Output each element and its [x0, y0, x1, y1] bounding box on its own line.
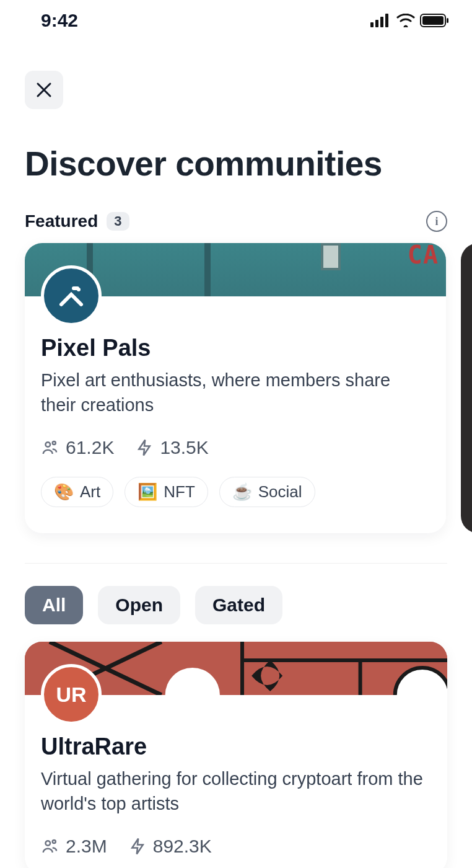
battery-icon	[420, 14, 450, 27]
pixel-pals-logo-icon	[55, 280, 87, 312]
featured-label: Featured	[25, 211, 98, 231]
svg-rect-6	[447, 18, 448, 23]
info-button[interactable]: i	[426, 211, 447, 232]
community-card-pixel-pals[interactable]: CA Pixel Pals Pixel art enthusiasts, whe…	[25, 243, 446, 533]
banner-sign-text: CA	[408, 243, 439, 269]
filter-pills: All Open Gated	[0, 564, 472, 642]
svg-point-18	[46, 841, 51, 846]
svg-point-7	[77, 288, 81, 291]
community-description: Virtual gathering for collecting cryptoa…	[41, 766, 431, 816]
svg-rect-0	[370, 22, 374, 27]
stat-activity: 13.5K	[135, 437, 208, 458]
svg-rect-3	[385, 14, 388, 27]
community-stats: 61.2K 13.5K	[41, 437, 430, 458]
community-tags: 🎨Art 🖼️NFT ☕Social	[41, 477, 430, 507]
info-icon: i	[435, 215, 438, 228]
community-title: Pixel Pals	[41, 335, 430, 361]
activity-icon	[128, 837, 147, 856]
cellular-icon	[370, 14, 391, 27]
svg-point-8	[46, 442, 51, 447]
community-stats: 2.3M 892.3K	[41, 836, 431, 857]
featured-cards-scroller[interactable]: CA Pixel Pals Pixel art enthusiasts, whe…	[0, 243, 472, 533]
activity-count: 892.3K	[153, 836, 212, 857]
tag-nft[interactable]: 🖼️NFT	[125, 477, 208, 507]
status-bar: 9:42	[0, 0, 472, 33]
community-card-peek[interactable]	[461, 243, 472, 533]
wifi-icon	[396, 14, 415, 27]
stat-members: 2.3M	[41, 836, 107, 857]
tag-label: Social	[258, 482, 302, 502]
community-title: UltraRare	[41, 733, 431, 760]
close-button[interactable]	[25, 71, 63, 109]
svg-point-19	[53, 840, 56, 843]
close-icon	[35, 81, 53, 99]
filter-all[interactable]: All	[25, 586, 83, 624]
members-icon	[41, 438, 59, 457]
tag-emoji: 🎨	[54, 482, 74, 502]
svg-point-9	[53, 441, 56, 445]
activity-count: 13.5K	[160, 437, 208, 458]
status-time: 9:42	[41, 10, 78, 31]
svg-rect-2	[380, 17, 383, 27]
tag-label: Art	[80, 482, 100, 502]
activity-icon	[135, 438, 154, 457]
members-icon	[41, 837, 59, 856]
avatar-initials: UR	[56, 683, 86, 707]
tag-emoji: ☕	[232, 482, 252, 502]
tag-art[interactable]: 🎨Art	[41, 477, 113, 507]
community-card-ultrarare[interactable]: UR UltraRare Virtual gathering for colle…	[25, 642, 447, 868]
svg-rect-5	[422, 16, 444, 25]
tag-social[interactable]: ☕Social	[219, 477, 315, 507]
featured-count-badge: 3	[107, 212, 129, 231]
stat-members: 61.2K	[41, 437, 114, 458]
stat-activity: 892.3K	[128, 836, 212, 857]
members-count: 2.3M	[66, 836, 107, 857]
filter-gated[interactable]: Gated	[195, 586, 282, 624]
members-count: 61.2K	[66, 437, 114, 458]
community-avatar	[41, 265, 102, 326]
community-list: UR UltraRare Virtual gathering for colle…	[0, 642, 472, 868]
community-description: Pixel art enthusiasts, where members sha…	[41, 368, 430, 417]
page-title: Discover communities	[0, 109, 472, 184]
filter-open[interactable]: Open	[98, 586, 180, 624]
tag-label: NFT	[164, 482, 195, 502]
community-avatar: UR	[41, 664, 102, 725]
status-icons	[370, 14, 450, 27]
tag-emoji: 🖼️	[138, 482, 157, 502]
featured-header: Featured 3 i	[0, 184, 472, 243]
svg-rect-1	[375, 20, 378, 27]
